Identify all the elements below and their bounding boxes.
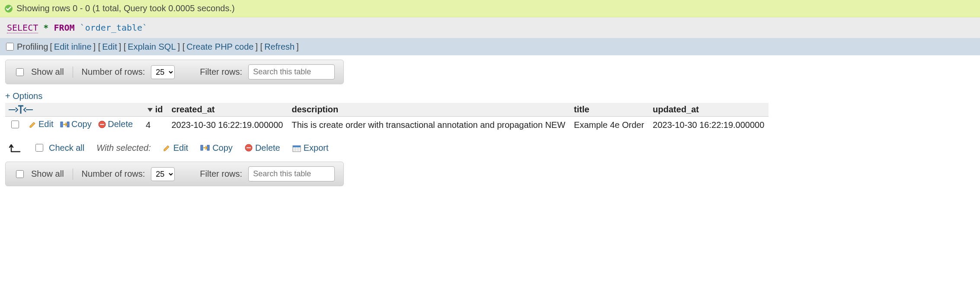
bulk-delete-action[interactable]: Delete: [245, 143, 280, 153]
results-table: id created_at description title updated_…: [5, 103, 769, 133]
arrow-up-left-icon: [9, 143, 22, 153]
check-all-checkbox[interactable]: [35, 144, 43, 152]
sql-identifier: `order_table`: [80, 22, 148, 33]
bulk-export-action[interactable]: Export: [292, 143, 329, 153]
copy-icon: [200, 144, 210, 152]
bulk-delete-label: Delete: [255, 143, 280, 153]
show-all-checkbox-bottom[interactable]: [16, 170, 24, 178]
bulk-export-label: Export: [304, 143, 329, 153]
cell-id: 4: [141, 117, 167, 134]
filter-rows-input-bottom[interactable]: [248, 166, 335, 181]
sql-tools-bar: Profiling [ Edit inline ] [ Edit ] [ Exp…: [0, 38, 980, 55]
sql-star: *: [43, 22, 48, 33]
table-row: Edit Copy Delete 4 2023-10-30 16:22:19.0…: [5, 117, 769, 134]
row-delete-action[interactable]: Delete: [98, 119, 133, 129]
explain-sql-link[interactable]: Explain SQL: [128, 42, 176, 52]
sort-arrows-icon[interactable]: [8, 105, 139, 115]
bulk-edit-label: Edit: [173, 143, 188, 153]
with-selected-label: With selected:: [96, 143, 151, 153]
col-title[interactable]: title: [570, 103, 648, 117]
profiling-checkbox[interactable]: [6, 43, 14, 51]
col-updated-at[interactable]: updated_at: [648, 103, 769, 117]
table-header-actions: [5, 103, 141, 117]
show-all-checkbox[interactable]: [16, 68, 24, 76]
bulk-actions-bar: Check all With selected: Edit Copy Delet…: [9, 143, 975, 153]
options-toggle[interactable]: + Options: [5, 91, 975, 101]
svg-rect-10: [201, 145, 203, 150]
status-bar: Showing rows 0 - 0 (1 total, Query took …: [0, 0, 980, 17]
toolbar-divider: [73, 169, 73, 180]
delete-icon: [245, 144, 253, 152]
sort-desc-icon: [147, 108, 153, 112]
copy-icon: [60, 121, 70, 128]
options-link-text[interactable]: + Options: [5, 91, 42, 101]
edit-link[interactable]: Edit: [102, 42, 117, 52]
row-copy-label: Copy: [71, 119, 92, 129]
filter-rows-input[interactable]: [248, 64, 335, 80]
show-all-label: Show all: [31, 67, 64, 77]
check-all-link[interactable]: Check all: [49, 143, 84, 153]
sql-select-keyword: SELECT: [7, 22, 38, 33]
num-rows-select[interactable]: 25: [151, 65, 175, 79]
pagination-toolbar-bottom: Show all Number of rows: 25 Filter rows:: [5, 162, 344, 186]
bulk-copy-label: Copy: [212, 143, 233, 153]
table-header-row: id created_at description title updated_…: [5, 103, 769, 117]
row-copy-action[interactable]: Copy: [60, 119, 92, 129]
num-rows-label-bottom: Number of rows:: [82, 169, 145, 179]
sql-from-keyword: FROM: [54, 22, 74, 33]
delete-icon: [98, 121, 106, 128]
col-created-at[interactable]: created_at: [167, 103, 287, 117]
row-edit-label: Edit: [38, 119, 53, 129]
pencil-icon: [163, 144, 171, 152]
cell-created-at: 2023-10-30 16:22:19.000000: [167, 117, 287, 134]
check-icon: [4, 4, 13, 13]
profiling-label: Profiling: [17, 42, 48, 52]
show-all-label-bottom: Show all: [31, 169, 64, 179]
toolbar-divider: [73, 67, 73, 78]
row-delete-label: Delete: [108, 119, 133, 129]
sql-query-display: SELECT * FROM `order_table`: [0, 17, 980, 38]
cell-title: Example 4e Order: [570, 117, 648, 134]
cell-description: This is create order with transactional …: [287, 117, 570, 134]
edit-inline-link[interactable]: Edit inline: [54, 42, 92, 52]
bulk-edit-action[interactable]: Edit: [163, 143, 188, 153]
export-icon: [292, 144, 301, 151]
svg-rect-5: [61, 122, 63, 127]
col-id[interactable]: id: [141, 103, 167, 117]
svg-rect-16: [293, 146, 301, 147]
col-description[interactable]: description: [287, 103, 570, 117]
svg-rect-9: [100, 124, 104, 125]
num-rows-select-bottom[interactable]: 25: [151, 167, 175, 181]
pencil-icon: [29, 121, 37, 128]
bulk-copy-action[interactable]: Copy: [200, 143, 233, 153]
status-text: Showing rows 0 - 0 (1 total, Query took …: [16, 3, 235, 13]
row-checkbox[interactable]: [11, 121, 19, 128]
svg-rect-14: [247, 147, 251, 148]
filter-rows-label-bottom: Filter rows:: [200, 169, 242, 179]
num-rows-label: Number of rows:: [82, 67, 145, 77]
create-php-link[interactable]: Create PHP code: [186, 42, 253, 52]
cell-updated-at: 2023-10-30 16:22:19.000000: [648, 117, 769, 134]
filter-rows-label: Filter rows:: [200, 67, 242, 77]
pagination-toolbar-top: Show all Number of rows: 25 Filter rows:: [5, 60, 344, 84]
refresh-link[interactable]: Refresh: [264, 42, 295, 52]
row-edit-action[interactable]: Edit: [29, 119, 53, 129]
